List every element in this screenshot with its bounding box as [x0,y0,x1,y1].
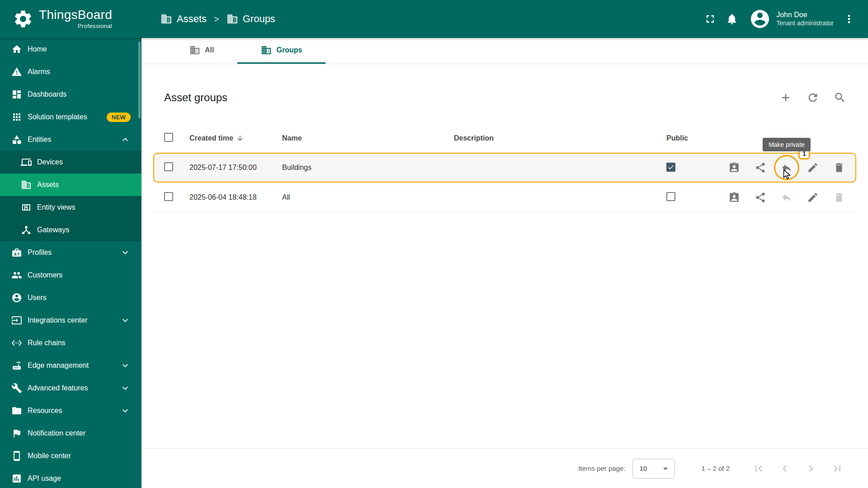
refresh-button[interactable] [803,88,823,108]
sidebar-item-resources[interactable]: Resources [0,399,142,422]
search-icon [834,91,846,104]
row-select-checkbox[interactable] [164,162,173,171]
share-icon [755,192,766,203]
sidebar-item-label: API usage [28,474,61,483]
breadcrumb-assets[interactable]: Assets [160,13,207,25]
column-public[interactable]: Public [666,134,723,142]
logo-gear-icon [13,9,33,29]
sidebar-item-label: Resources [28,407,62,415]
sidebar-item-devices[interactable]: Devices [0,151,142,174]
add-button[interactable] [776,88,796,108]
sidebar-item-assets[interactable]: Assets [0,174,142,196]
breadcrumb: Assets > Groups [160,13,275,25]
sidebar-item-entity-views[interactable]: Entity views [0,196,142,219]
sidebar-item-label: Users [28,294,47,302]
sidebar-item-home[interactable]: Home [0,38,142,61]
sidebar-item-api-usage[interactable]: API usage [0,467,142,488]
notifications-button[interactable] [721,8,743,30]
sidebar-item-integrations-center[interactable]: Integrations center [0,309,142,332]
tab-bar: All Groups [142,38,868,64]
devices-icon [21,157,32,168]
sidebar-item-entities[interactable]: Entities [0,128,142,151]
share-button[interactable] [750,158,770,178]
sidebar-item-advanced-features[interactable]: Advanced features [0,377,142,399]
sidebar-item-alarms[interactable]: Alarms [0,61,142,83]
breadcrumb-label: Assets [177,13,207,25]
breadcrumb-groups[interactable]: Groups [226,13,275,25]
sidebar-item-users[interactable]: Users [0,286,142,309]
sidebar-item-mobile-center[interactable]: Mobile center [0,445,142,467]
person-circle-icon [11,292,22,303]
sidebar-item-customers[interactable]: Customers [0,264,142,286]
sidebar-item-profiles[interactable]: Profiles [0,241,142,264]
sidebar-item-label: Devices [37,158,63,166]
folder-icon [11,405,22,416]
router-icon [11,360,22,371]
sidebar-item-label: Gateways [37,226,69,234]
items-per-page-select[interactable]: 10 [632,459,675,479]
tab-all[interactable]: All [166,38,237,64]
previous-page-button[interactable] [775,459,795,479]
items-per-page-value: 10 [639,465,647,472]
bell-icon [726,13,738,25]
tooltip: Make private [763,138,811,151]
last-page-button[interactable] [827,459,847,479]
more-menu-button[interactable] [838,8,860,30]
reply-arrow-icon [781,192,793,203]
row-select-checkbox[interactable] [164,192,173,201]
sidebar-item-label: Edge management [28,361,89,370]
paginator: Items per page: 10 1 – 2 of 2 [142,448,868,488]
delete-button[interactable] [829,158,849,178]
share-button[interactable] [750,188,770,207]
sidebar-item-label: Entity views [37,203,75,211]
code-brackets-icon [11,338,22,348]
first-page-button[interactable] [749,459,769,479]
manage-permissions-button[interactable] [724,188,744,207]
public-checkbox[interactable] [666,163,675,172]
bar-chart-icon [11,473,22,484]
toolbar [776,88,850,108]
sidebar-item-notification-center[interactable]: Notification center [0,422,142,445]
edit-button[interactable] [803,188,823,207]
sidebar-item-dashboards[interactable]: Dashboards [0,83,142,106]
sidebar-item-label: Notification center [28,429,85,437]
select-all-checkbox[interactable] [164,133,173,142]
edit-button[interactable] [803,158,823,178]
column-description[interactable]: Description [454,134,666,142]
sidebar-item-gateways[interactable]: Gateways [0,219,142,241]
new-badge: NEW [107,113,131,122]
search-button[interactable] [830,88,850,108]
sidebar-item-label: Mobile center [28,452,71,460]
table-row-all[interactable]: 2025-06-04 18:48:18All [153,183,856,212]
make-private-button[interactable]: 1Make private [777,158,797,178]
public-checkbox[interactable] [666,192,675,201]
column-name[interactable]: Name [282,134,454,142]
manage-permissions-button[interactable] [724,158,744,178]
sidebar-item-label: Profiles [28,249,52,257]
sidebar-item-edge-management[interactable]: Edge management [0,354,142,377]
people-icon [11,270,22,281]
delete-button[interactable] [829,188,849,207]
more-vert-icon [843,13,855,25]
sidebar-item-label: Advanced features [28,384,88,392]
sidebar-item-solution-templates[interactable]: Solution templatesNEW [0,106,142,128]
next-page-button[interactable] [801,459,821,479]
sidebar-item-label: Solution templates [28,113,87,121]
building-icon [160,13,172,25]
pencil-icon [807,192,819,203]
hub-icon [21,225,32,235]
make-private-button[interactable] [777,188,797,207]
sidebar-item-label: Alarms [28,68,50,76]
tab-label: All [205,46,214,54]
table-row-buildings[interactable]: 2025-07-17 17:50:00Buildings1Make privat… [153,153,856,183]
asset-groups-table: Created time Name Description Public 202… [153,124,856,212]
fullscreen-button[interactable] [699,8,721,30]
chevron-right-icon [805,462,817,475]
badge-icon [11,247,22,258]
user-menu[interactable]: John Doe Tenant administrator [749,8,834,30]
column-created-time[interactable]: Created time [189,134,282,142]
sidebar-item-rule-chains[interactable]: Rule chains [0,332,142,354]
sort-desc-icon [236,134,244,142]
sidebar-item-label: Rule chains [28,339,66,347]
tab-groups[interactable]: Groups [237,38,326,64]
